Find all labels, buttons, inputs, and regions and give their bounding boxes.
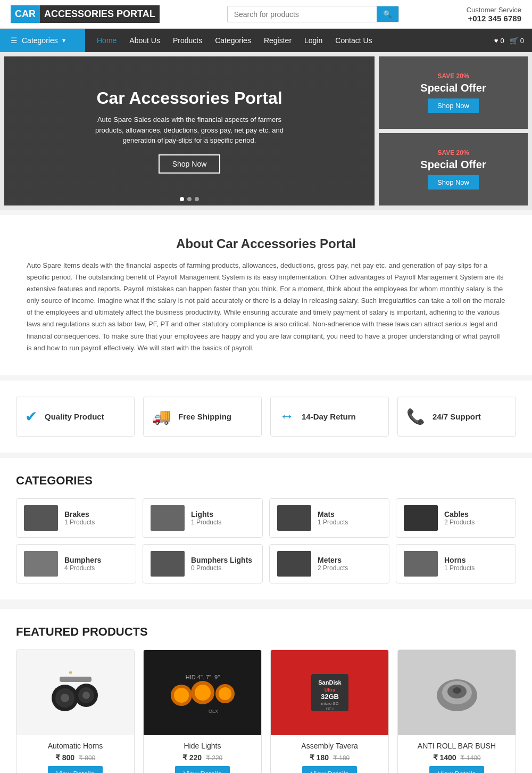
product-automatic-horns: ⚙ Automatic Horns ₹ 800 ₹ 800 View Detai… <box>16 649 135 773</box>
about-body: Auto Spare Items deals with the financia… <box>27 260 505 354</box>
category-horns-image <box>404 551 438 577</box>
svg-text:HID 4". 7". 9": HID 4". 7". 9" <box>185 674 219 680</box>
logo-rest: ACCESSORIES PORTAL <box>40 5 160 23</box>
cart-button[interactable]: 🛒 0 <box>510 37 524 45</box>
product-img-1: ⚙ <box>16 650 134 735</box>
category-lights-image <box>151 505 185 531</box>
category-brakes[interactable]: Brakes 1 Products <box>16 498 136 538</box>
category-cables-name: Cables <box>444 510 475 519</box>
feature-return: ↔ 14-Day Return <box>270 397 389 437</box>
product-name-4: ANTI ROLL BAR BUSH <box>404 742 509 750</box>
view-details-button-3[interactable]: View Details <box>302 766 357 773</box>
category-bumphers[interactable]: Bumphers 4 Products <box>16 544 136 583</box>
lights-svg: HID 4". 7". 9" OLX <box>165 666 240 719</box>
wishlist-button[interactable]: ♥ 0 <box>494 37 504 45</box>
customer-service-label: Customer Service <box>467 6 521 14</box>
chevron-down-icon: ▾ <box>62 37 65 44</box>
nav-about[interactable]: About Us <box>123 29 167 52</box>
product-hide-lights: HID 4". 7". 9" OLX Hide Lights ₹ 220 ₹ 2… <box>143 649 262 773</box>
return-icon: ↔ <box>279 408 294 425</box>
svg-point-2 <box>61 694 69 702</box>
category-bumpherlights-count: 0 Products <box>191 564 252 572</box>
featured-section: FEATURED PRODUCTS ⚙ Automatic Horns ₹ 8 <box>0 609 532 773</box>
nav-register[interactable]: Register <box>257 29 298 52</box>
logo: CAR ACCESSORIES PORTAL <box>11 5 160 23</box>
truck-icon: 🚚 <box>152 408 171 425</box>
dot-2[interactable] <box>187 197 192 201</box>
category-brakes-name: Brakes <box>64 510 95 519</box>
feature-quality-label: Quality Product <box>45 412 104 421</box>
hero-text: Car Accessories Portal Auto Spare Sales … <box>78 78 301 184</box>
about-section: About Car Accessories Portal Auto Spare … <box>0 215 532 375</box>
nav-links: Home About Us Products Categories Regist… <box>85 29 384 52</box>
category-meters[interactable]: Meters 2 Products <box>269 544 389 583</box>
category-bumphers-count: 4 Products <box>64 564 101 572</box>
slider-dots <box>180 197 199 201</box>
categories-dropdown[interactable]: ☰ Categories ▾ <box>0 29 85 52</box>
nav-categories[interactable]: Categories <box>209 29 257 52</box>
nav-bar: ☰ Categories ▾ Home About Us Products Ca… <box>0 29 532 52</box>
hero-title: Car Accessories Portal <box>88 88 290 108</box>
svg-point-11 <box>195 685 211 701</box>
nav-login[interactable]: Login <box>298 29 329 52</box>
svg-text:SanDisk: SanDisk <box>318 679 342 686</box>
category-mats-count: 1 Products <box>318 519 348 526</box>
category-mats[interactable]: Mats 1 Products <box>269 498 389 538</box>
view-details-button-2[interactable]: View Details <box>175 766 230 773</box>
product-price-3: ₹ 180 ₹ 180 <box>277 753 382 762</box>
category-bumpherlights[interactable]: Bumphers Lights 0 Products <box>143 544 263 583</box>
product-original-price-2: ₹ 220 <box>206 754 222 762</box>
nav-contact[interactable]: Contact Us <box>329 29 378 52</box>
view-details-button-4[interactable]: View Details <box>429 766 484 773</box>
about-title: About Car Accessories Portal <box>16 236 516 251</box>
side-shop-now-1[interactable]: Shop Now <box>428 98 479 113</box>
hero-shop-now-button[interactable]: Shop Now <box>159 154 221 174</box>
search-box: 🔍 <box>227 6 399 22</box>
dot-3[interactable] <box>195 197 199 201</box>
categories-section: CATEGORIES Brakes 1 Products Lights 1 Pr… <box>0 458 532 599</box>
cart-count: 0 <box>520 37 524 45</box>
product-price-2: ₹ 220 ₹ 220 <box>150 753 255 762</box>
logo-car: CAR <box>11 5 40 23</box>
feature-support-label: 24/7 Support <box>433 412 481 421</box>
categories-label: Categories <box>22 36 58 45</box>
product-original-price-1: ₹ 800 <box>79 754 95 762</box>
category-mats-name: Mats <box>318 510 348 519</box>
heart-icon: ♥ <box>494 37 498 45</box>
category-lights-count: 1 Products <box>191 519 221 526</box>
view-details-button-1[interactable]: View Details <box>48 766 103 773</box>
customer-service-phone: +012 345 6789 <box>467 14 521 23</box>
cart-icon: 🛒 <box>510 37 518 45</box>
feature-quality: ✔ Quality Product <box>16 397 135 437</box>
product-info-1: Automatic Horns ₹ 800 ₹ 800 View Details <box>16 735 134 773</box>
hamburger-icon: ☰ <box>11 36 18 45</box>
category-cables[interactable]: Cables 2 Products <box>396 498 516 538</box>
hero-section: Car Accessories Portal Auto Spare Sales … <box>0 52 532 210</box>
product-anti-roll-bar: ANTI ROLL BAR BUSH ₹ 1400 ₹ 1400 View De… <box>397 649 516 773</box>
search-button[interactable]: 🔍 <box>377 6 398 22</box>
feature-shipping-label: Free Shipping <box>178 412 231 421</box>
category-lights[interactable]: Lights 1 Products <box>143 498 263 538</box>
hero-side-card-2: SAVE 20% Special Offer Shop Now <box>379 133 528 205</box>
customer-service: Customer Service +012 345 6789 <box>467 6 521 23</box>
hero-main: Car Accessories Portal Auto Spare Sales … <box>4 56 375 205</box>
svg-point-26 <box>453 687 461 694</box>
category-lights-name: Lights <box>191 510 221 519</box>
checkmark-icon: ✔ <box>25 408 37 425</box>
category-horns[interactable]: Horns 1 Products <box>396 544 516 583</box>
product-name-1: Automatic Horns <box>23 742 128 750</box>
nav-icons: ♥ 0 🛒 0 <box>494 37 532 45</box>
svg-text:⚙: ⚙ <box>68 670 72 675</box>
dot-1[interactable] <box>180 197 184 201</box>
product-current-price-4: ₹ 1400 <box>433 753 456 762</box>
category-bumphers-image <box>24 551 58 577</box>
category-bumpherlights-image <box>151 551 185 577</box>
product-name-3: Assembly Tavera <box>277 742 382 750</box>
nav-products[interactable]: Products <box>167 29 209 52</box>
product-info-3: Assembly Tavera ₹ 180 ₹ 180 View Details <box>271 735 388 773</box>
feature-return-label: 14-Day Return <box>302 412 356 421</box>
svg-text:32GB: 32GB <box>321 693 339 701</box>
side-shop-now-2[interactable]: Shop Now <box>428 175 479 190</box>
search-input[interactable] <box>228 7 377 22</box>
nav-home[interactable]: Home <box>90 29 123 52</box>
